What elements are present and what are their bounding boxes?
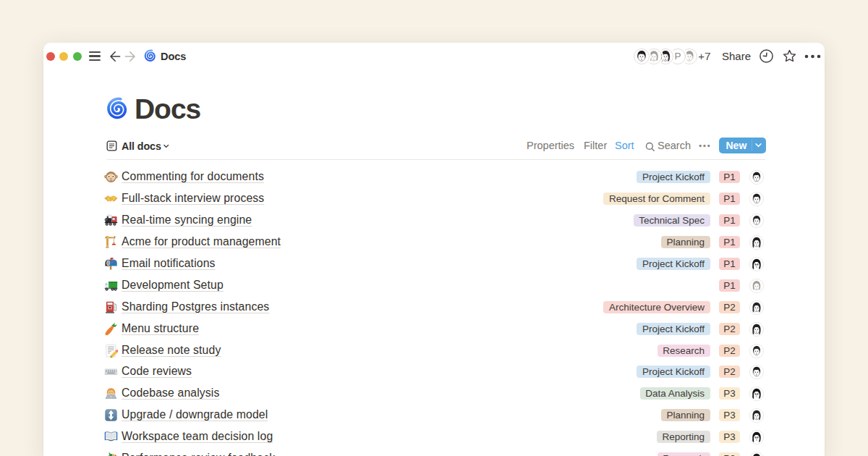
svg-text:P: P	[674, 51, 681, 62]
